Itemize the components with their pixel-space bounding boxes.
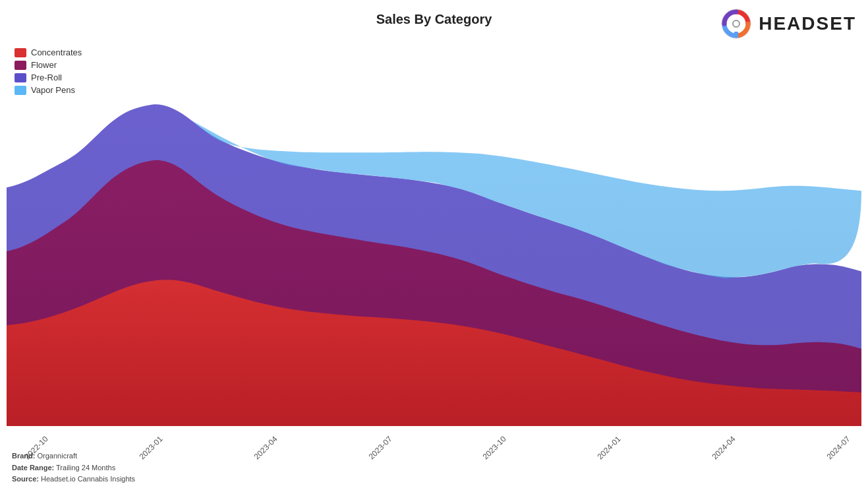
footnotes: Brand: Organnicraft Date Range: Trailing…	[12, 450, 135, 485]
page-container: Sales By Category HEADSET Concentrates	[0, 0, 868, 492]
x-label-1: 2023-01	[137, 434, 164, 461]
logo-text: HEADSET	[759, 13, 856, 34]
chart-title: Sales By Category	[376, 12, 492, 27]
footnote-daterange: Date Range: Trailing 24 Months	[12, 462, 135, 474]
headset-logo-icon	[719, 7, 753, 41]
brand-value: Organnicraft	[38, 452, 78, 460]
logo-area: HEADSET	[719, 7, 856, 41]
svg-rect-3	[734, 32, 738, 36]
x-label-7: 2024-07	[825, 434, 852, 461]
footnote-brand: Brand: Organnicraft	[12, 450, 135, 462]
area-chart-svg	[7, 43, 861, 426]
source-label: Source:	[12, 475, 39, 483]
x-label-3: 2023-07	[366, 434, 393, 461]
x-label-5: 2024-01	[596, 434, 623, 461]
x-label-6: 2024-04	[710, 434, 738, 461]
source-value: Headset.io Cannabis Insights	[41, 475, 135, 483]
date-range-label: Date Range:	[12, 464, 54, 472]
chart-area	[7, 43, 861, 426]
footnote-source: Source: Headset.io Cannabis Insights	[12, 474, 135, 485]
date-range-value: Trailing 24 Months	[56, 464, 115, 472]
x-label-4: 2023-10	[481, 434, 508, 461]
x-label-2: 2023-04	[252, 434, 279, 461]
brand-label: Brand:	[12, 452, 35, 460]
